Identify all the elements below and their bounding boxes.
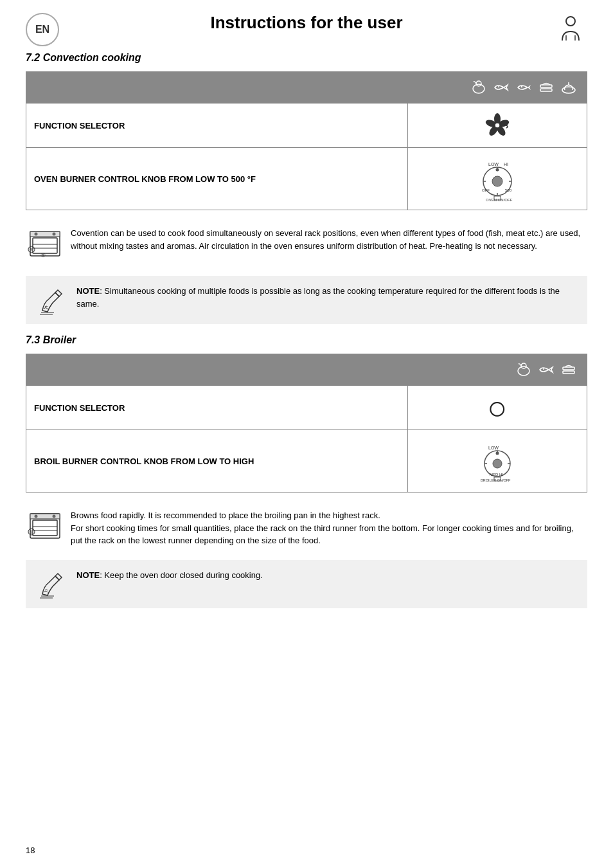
convection-description: Covention can be used to cook food simul… <box>71 224 587 252</box>
svg-point-4 <box>476 81 481 86</box>
svg-point-62 <box>35 515 38 518</box>
svg-point-43 <box>521 363 526 368</box>
convection-info-box: ⑨ 9 Covention can be used to cook food s… <box>26 218 587 269</box>
broiler-header-row <box>26 354 587 386</box>
svg-rect-46 <box>563 371 574 374</box>
broiler-description: Browns food rapidly. It is recommended t… <box>71 507 587 547</box>
logo-icon <box>556 15 585 44</box>
svg-point-44 <box>543 368 544 370</box>
svg-point-5 <box>498 86 499 87</box>
svg-point-36 <box>35 233 38 236</box>
convection-note-icon <box>35 282 70 318</box>
broiler-oven-diagram-icon: 9 <box>26 507 64 545</box>
svg-point-0 <box>566 17 575 26</box>
svg-text:9: 9 <box>30 530 33 534</box>
svg-point-3 <box>473 84 484 93</box>
fan-icon-container <box>416 109 579 142</box>
convection-knob-row: OVEN BURNER CONTROL KNOB FROM LOW TO 500… <box>26 148 587 210</box>
svg-rect-45 <box>563 367 574 370</box>
convection-knob-label: OVEN BURNER CONTROL KNOB FROM LOW TO 500… <box>26 148 408 210</box>
svg-point-37 <box>53 233 56 236</box>
svg-text:OFF: OFF <box>482 188 490 192</box>
svg-text:9: 9 <box>30 248 33 252</box>
svg-text:MED HI: MED HI <box>490 473 503 476</box>
svg-point-23 <box>492 176 502 186</box>
svg-rect-7 <box>540 85 552 87</box>
svg-point-22 <box>495 168 499 172</box>
convection-function-icon-cell <box>407 104 587 148</box>
page-number: 18 <box>26 845 35 855</box>
fish2-icon <box>513 77 534 98</box>
cake-icon <box>536 77 556 98</box>
svg-point-63 <box>53 515 56 518</box>
broiler-knob-diagram: LOW BROILER ON/OFF MED HI <box>416 435 579 487</box>
svg-rect-31 <box>33 238 57 253</box>
broiler-note-icon <box>35 566 70 602</box>
broiler-cake-icon <box>558 359 579 380</box>
page: EN Instructions for the user 7.2 Convect… <box>0 0 613 868</box>
svg-point-52 <box>493 459 502 468</box>
broiler-knob-icon-cell: LOW BROILER ON/OFF MED HI <box>407 430 587 493</box>
convection-section: 7.2 Convection cooking <box>26 52 587 324</box>
roast-icon <box>558 77 579 98</box>
broiler-note-box: NOTE: Keep the oven door closed during c… <box>26 560 587 608</box>
convection-oven-icon: ⑨ 9 <box>26 224 64 263</box>
broiler-header-icons <box>407 354 587 386</box>
svg-rect-8 <box>540 89 552 91</box>
broiler-table: FUNCTION SELECTOR ○ BROIL BURNER CONTROL… <box>26 354 587 493</box>
broiler-note-content: : Keep the oven door closed during cooki… <box>100 570 263 580</box>
broiler-note-hand-icon <box>36 567 69 601</box>
broil-knob-icon: LOW BROILER ON/OFF MED HI <box>472 435 523 487</box>
convection-function-row: FUNCTION SELECTOR <box>26 104 587 148</box>
svg-point-51 <box>495 452 499 455</box>
broiler-knob-label: BROIL BURNER CONTROL KNOB FROM LOW TO HI… <box>26 430 408 493</box>
broiler-heading: 7.3 Broiler <box>26 334 587 346</box>
fish-icon <box>491 77 511 98</box>
broiler-note-label: NOTE <box>76 570 100 580</box>
broiler-header-label <box>26 354 408 386</box>
svg-point-16 <box>495 123 500 128</box>
chicken-icon <box>468 77 489 98</box>
convection-header-row <box>26 72 587 104</box>
broiler-o-symbol: ○ <box>416 391 579 424</box>
convection-knob-diagram: LOW HI OFF 500 OVEN ON/OFF <box>416 153 579 204</box>
convection-header-icons <box>407 72 587 104</box>
convection-note-box: NOTE: Simultaneous cooking of multiple f… <box>26 276 587 324</box>
svg-text:LOW: LOW <box>488 446 499 450</box>
convection-icons-group <box>416 77 579 98</box>
broiler-function-icon-cell: ○ <box>407 386 587 430</box>
page-header: EN Instructions for the user <box>26 13 587 33</box>
broiler-section: 7.3 Broiler <box>26 334 587 608</box>
convection-header-label <box>26 72 408 104</box>
oven-knob-icon: LOW HI OFF 500 OVEN ON/OFF <box>472 153 523 204</box>
note-label: NOTE <box>76 286 100 296</box>
convection-fan-icon <box>481 109 514 142</box>
language-badge: EN <box>26 13 59 46</box>
svg-text:BROILER ON/OFF: BROILER ON/OFF <box>481 478 511 482</box>
oven-diagram-icon: ⑨ 9 <box>26 225 64 262</box>
broiler-icons-group <box>416 359 579 380</box>
broiler-oven-icon: 9 <box>26 507 64 545</box>
svg-point-42 <box>518 366 529 375</box>
svg-text:LOW: LOW <box>488 162 499 167</box>
page-title: Instructions for the user <box>210 13 402 33</box>
svg-point-6 <box>521 86 522 87</box>
svg-rect-58 <box>33 520 57 536</box>
convection-knob-icon-cell: LOW HI OFF 500 OVEN ON/OFF <box>407 148 587 210</box>
broiler-note-text: NOTE: Keep the oven door closed during c… <box>76 566 263 582</box>
convection-table: FUNCTION SELECTOR <box>26 71 587 210</box>
convection-function-label: FUNCTION SELECTOR <box>26 104 408 148</box>
broiler-knob-row: BROIL BURNER CONTROL KNOB FROM LOW TO HI… <box>26 430 587 493</box>
convection-note-content: : Simultaneous cooking of multiple foods… <box>76 286 560 309</box>
svg-text:500: 500 <box>505 188 512 192</box>
broiler-function-row: FUNCTION SELECTOR ○ <box>26 386 587 430</box>
convection-note-text: NOTE: Simultaneous cooking of multiple f… <box>76 282 578 310</box>
svg-text:⑨: ⑨ <box>40 252 46 258</box>
note-hand-icon <box>36 284 69 317</box>
convection-heading: 7.2 Convection cooking <box>26 52 587 64</box>
brand-logo <box>554 13 587 46</box>
broiler-info-box: 9 Browns food rapidly. It is recommended… <box>26 500 587 554</box>
broiler-chicken-icon <box>513 359 534 380</box>
broiler-fish-icon <box>536 359 556 380</box>
svg-text:HI: HI <box>504 162 508 167</box>
